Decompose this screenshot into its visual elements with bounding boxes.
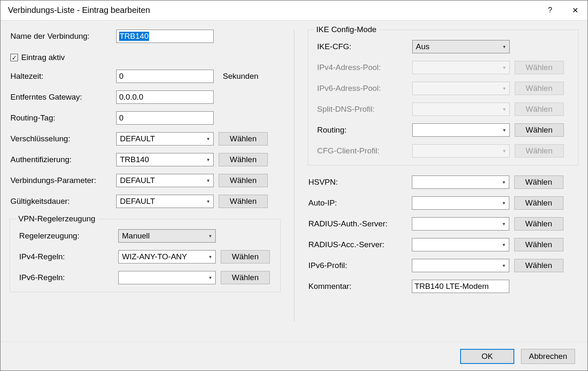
chevron-down-icon: ▾: [499, 127, 509, 133]
chevron-down-icon: ▾: [205, 275, 215, 281]
autoip-combo[interactable]: ▾: [412, 196, 509, 210]
active-checkbox[interactable]: ✓: [10, 54, 18, 61]
ike-routing-label: Routing:: [315, 125, 412, 135]
left-column: Name der Verbindung: TRB140 ✓ Eintrag ak…: [8, 30, 282, 337]
vpn-rules-title: VPN-Regelerzeugung: [16, 214, 98, 223]
ipv4-rules-combo[interactable]: WIZ-ANY-TO-ANY▾: [118, 250, 216, 263]
chevron-down-icon: ▾: [499, 44, 509, 50]
ipv6-pool-combo: ▾: [412, 82, 510, 95]
encryption-combo[interactable]: DEFAULT▾: [116, 132, 214, 145]
autoip-choose-button[interactable]: Wählen: [514, 196, 563, 210]
ike-cfg-combo[interactable]: Aus▾: [412, 40, 510, 53]
auth-label: Authentifizierung:: [8, 155, 116, 164]
chevron-down-icon: ▾: [499, 65, 509, 70]
chevron-down-icon: ▾: [203, 157, 213, 163]
cfg-client-choose-button: Wählen: [515, 144, 564, 158]
conn-param-label: Verbindungs-Parameter:: [8, 176, 116, 185]
name-label: Name der Verbindung:: [8, 32, 116, 41]
routing-tag-label: Routing-Tag:: [8, 113, 116, 123]
cancel-button[interactable]: Abbrechen: [521, 349, 575, 364]
radius-auth-label: RADIUS-Auth.-Server:: [306, 219, 412, 228]
help-icon: ?: [548, 6, 552, 15]
cfg-client-combo: ▾: [412, 144, 510, 158]
ipv6-profile-label: IPv6-Profil:: [306, 261, 412, 270]
ike-title: IKE Config-Mode: [314, 25, 379, 34]
ipv4-pool-choose-button: Wählen: [515, 61, 564, 74]
column-divider: [294, 30, 294, 321]
gateway-input[interactable]: [116, 90, 214, 104]
hold-label: Haltezeit:: [8, 72, 116, 81]
radius-acc-label: RADIUS-Acc.-Server:: [306, 240, 412, 249]
comment-label: Kommentar:: [306, 282, 412, 291]
split-dns-combo: ▾: [412, 103, 510, 116]
radius-auth-choose-button[interactable]: Wählen: [514, 217, 563, 231]
vpn-rules-group: VPN-Regelerzeugung Regelerzeugung: Manue…: [10, 219, 281, 292]
hsvpn-choose-button[interactable]: Wählen: [514, 175, 563, 189]
close-button[interactable]: ✕: [563, 0, 588, 20]
ike-routing-combo[interactable]: ▾: [412, 123, 510, 137]
split-dns-label: Split-DNS-Profil:: [315, 105, 412, 114]
ike-cfg-label: IKE-CFG:: [315, 42, 412, 51]
chevron-down-icon: ▾: [205, 233, 215, 239]
routing-tag-input[interactable]: [116, 111, 214, 125]
ipv6-rules-label: IPv6-Regeln:: [17, 273, 118, 282]
name-input[interactable]: TRB140: [116, 30, 214, 43]
ipv6-rules-combo[interactable]: ▾: [118, 271, 216, 284]
hsvpn-label: HSVPN:: [306, 178, 412, 187]
window-title: Verbindungs-Liste - Eintrag bearbeiten: [8, 5, 150, 15]
chevron-down-icon: ▾: [499, 221, 509, 227]
chevron-down-icon: ▾: [499, 242, 509, 248]
gateway-label: Entferntes Gateway:: [8, 93, 116, 102]
conn-param-choose-button[interactable]: Wählen: [219, 174, 268, 187]
ipv6-rules-choose-button[interactable]: Wählen: [221, 271, 270, 284]
rule-gen-combo[interactable]: Manuell▾: [118, 229, 216, 243]
ipv4-pool-label: IPv4-Adress-Pool:: [315, 63, 412, 72]
close-icon: ✕: [572, 6, 578, 15]
chevron-down-icon: ▾: [203, 136, 213, 142]
ipv6-pool-label: IPv6-Adress-Pool:: [315, 84, 412, 93]
chevron-down-icon: ▾: [499, 200, 509, 206]
content-area: Name der Verbindung: TRB140 ✓ Eintrag ak…: [0, 20, 588, 341]
validity-choose-button[interactable]: Wählen: [219, 195, 268, 208]
titlebar: Verbindungs-Liste - Eintrag bearbeiten ?…: [0, 0, 588, 20]
radius-auth-combo[interactable]: ▾: [412, 217, 509, 231]
chevron-down-icon: ▾: [203, 178, 213, 183]
chevron-down-icon: ▾: [499, 148, 509, 154]
ipv6-profile-choose-button[interactable]: Wählen: [514, 259, 563, 272]
chevron-down-icon: ▾: [499, 179, 509, 185]
ipv6-profile-combo[interactable]: ▾: [412, 259, 509, 272]
hold-unit: Sekunden: [223, 72, 259, 81]
hold-input[interactable]: [116, 70, 214, 83]
rule-gen-label: Regelerzeugung:: [17, 231, 118, 241]
right-column: IKE Config-Mode IKE-CFG: Aus▾ IPv4-Adres…: [306, 30, 581, 337]
active-label: Eintrag aktiv: [21, 53, 65, 62]
dialog-window: Verbindungs-Liste - Eintrag bearbeiten ?…: [0, 0, 588, 371]
split-dns-choose-button: Wählen: [515, 103, 564, 116]
ipv6-pool-choose-button: Wählen: [515, 82, 564, 95]
chevron-down-icon: ▾: [203, 198, 213, 204]
radius-acc-combo[interactable]: ▾: [412, 238, 509, 251]
help-button[interactable]: ?: [538, 0, 563, 20]
ike-group: IKE Config-Mode IKE-CFG: Aus▾ IPv4-Adres…: [308, 30, 579, 165]
comment-input[interactable]: [412, 280, 509, 293]
encryption-choose-button[interactable]: Wählen: [219, 132, 268, 145]
radius-acc-choose-button[interactable]: Wählen: [514, 238, 563, 251]
chevron-down-icon: ▾: [499, 85, 509, 91]
autoip-label: Auto-IP:: [306, 198, 412, 208]
ok-button[interactable]: OK: [460, 349, 514, 364]
conn-param-combo[interactable]: DEFAULT▾: [116, 174, 214, 187]
ipv4-rules-label: IPv4-Regeln:: [17, 252, 118, 261]
validity-combo[interactable]: DEFAULT▾: [116, 195, 214, 208]
ike-routing-choose-button[interactable]: Wählen: [515, 123, 564, 137]
auth-combo[interactable]: TRB140▾: [116, 153, 214, 166]
ipv4-rules-choose-button[interactable]: Wählen: [221, 250, 270, 263]
chevron-down-icon: ▾: [205, 254, 215, 260]
encryption-label: Verschlüsselung:: [8, 134, 116, 143]
validity-label: Gültigkeitsdauer:: [8, 197, 116, 206]
auth-choose-button[interactable]: Wählen: [219, 153, 268, 166]
cfg-client-label: CFG-Client-Profil:: [315, 146, 412, 155]
chevron-down-icon: ▾: [499, 106, 509, 112]
ipv4-pool-combo: ▾: [412, 61, 510, 74]
chevron-down-icon: ▾: [499, 263, 509, 268]
hsvpn-combo[interactable]: ▾: [412, 175, 509, 189]
